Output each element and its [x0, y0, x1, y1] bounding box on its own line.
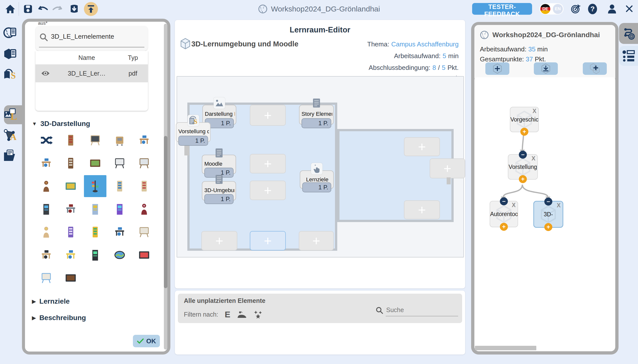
thema-value[interactable]: Campus Aschaffenburg — [391, 38, 459, 50]
section-3d-darstellung[interactable]: ▼ 3D-Darstellung — [32, 120, 90, 128]
palette-item-robot[interactable] — [35, 175, 58, 197]
unplaced-search-input[interactable] — [386, 306, 442, 314]
placeholder-slot[interactable]: + — [201, 231, 237, 250]
file-search-input[interactable] — [51, 32, 144, 41]
lang-de-button[interactable]: DE — [540, 4, 550, 14]
palette-item-drafting-table[interactable] — [60, 244, 82, 266]
tree-node-autorentool[interactable]: − X Autorentool + — [490, 201, 518, 227]
placeholder-slot[interactable]: + — [250, 105, 286, 126]
palette-item-projection-screen[interactable] — [133, 152, 155, 174]
redo-button[interactable] — [52, 5, 63, 13]
tree-node-3d-selected[interactable]: − X 3D- + — [533, 201, 563, 228]
export-button[interactable] — [69, 4, 79, 14]
placeholder-slot[interactable]: + — [250, 154, 286, 174]
remove-link-button[interactable]: − — [544, 198, 552, 206]
palette-item-racing-seat[interactable] — [133, 198, 155, 220]
placeholder-slot[interactable]: + — [299, 231, 334, 250]
tree-node-vorstellung[interactable]: − X Vorstellung + — [508, 154, 538, 180]
palette-item-bookshelf[interactable] — [60, 129, 82, 151]
palette-item-mirror[interactable] — [108, 244, 131, 266]
sidebar-item-lernraeume[interactable] — [3, 25, 18, 40]
add-room-button[interactable] — [485, 62, 509, 75]
home-button[interactable] — [5, 4, 16, 14]
section-lernziele[interactable]: ▶ Lernziele — [32, 298, 70, 305]
sidebar-item-umgebungen[interactable] — [3, 46, 18, 61]
tree-hscrollbar-thumb[interactable] — [475, 346, 536, 350]
palette-item-blackboard[interactable] — [84, 129, 106, 151]
save-button[interactable] — [24, 4, 33, 14]
remove-link-button[interactable]: − — [500, 197, 508, 205]
room-canvas[interactable]: + + + + + + + + + Darstellung Ler 1 P. S… — [177, 76, 464, 258]
add-child-button[interactable]: + — [520, 128, 528, 136]
lang-en-button[interactable]: EN — [553, 4, 563, 14]
ok-button[interactable]: OK — [133, 335, 160, 347]
palette-item-arcade-colorful[interactable] — [35, 198, 58, 220]
palette-item-workstation[interactable] — [35, 244, 58, 266]
remove-node-button[interactable]: X — [557, 202, 561, 209]
palette-item-landscape-painting[interactable] — [84, 152, 106, 174]
close-button[interactable] — [625, 4, 633, 13]
add-child-button[interactable]: + — [519, 175, 527, 183]
element-node-story[interactable]: Story Element 1 P. — [299, 105, 334, 125]
palette-item-flipchart[interactable] — [108, 152, 131, 174]
unplaced-search[interactable] — [386, 306, 458, 316]
preview-eye-button[interactable] — [36, 70, 56, 76]
goals-button[interactable] — [571, 4, 580, 14]
palette-item-cutout-figure[interactable] — [35, 221, 58, 243]
element-node-3d-umgebung[interactable]: 3D-Umgebung 1 P. — [202, 181, 236, 200]
palette-item-arcade-purple[interactable] — [108, 198, 131, 220]
sidebar-item-lernelemente[interactable]: L — [3, 107, 18, 122]
tab-list-view[interactable] — [619, 46, 638, 66]
palette-item-pinboard[interactable] — [60, 175, 82, 197]
placeholder-slot[interactable]: + — [250, 181, 286, 200]
remove-node-button[interactable]: X — [533, 108, 536, 114]
tab-structure-view[interactable] — [619, 23, 638, 44]
palette-item-poster-frame[interactable] — [60, 152, 82, 174]
palette-item-computer-desk[interactable] — [60, 198, 82, 220]
remove-node-button[interactable]: X — [512, 202, 516, 208]
element-node-lernziele[interactable]: Lernziele 1 P. — [300, 170, 334, 189]
element-node-vorstellung[interactable]: S Vorstellung der 1 P. — [176, 122, 210, 142]
sidebar-item-dateien[interactable] — [3, 148, 18, 163]
palette-item-arcade-stickers[interactable] — [84, 198, 106, 220]
palette-item-tv-bench[interactable] — [60, 267, 82, 289]
element-node-moodle[interactable]: Moodle 1 P. — [202, 155, 236, 174]
filter-element-button[interactable]: E — [225, 310, 231, 319]
palette-item-desk-blue-chair[interactable] — [133, 129, 155, 151]
palette-item-whiteboard[interactable] — [133, 221, 155, 243]
add-child-button[interactable]: + — [500, 223, 508, 231]
palette-item-shelf-narrow[interactable] — [108, 175, 131, 197]
palette-item-projector-cart[interactable] — [108, 129, 131, 151]
palette-item-card-rack[interactable] — [84, 175, 106, 197]
import-room-button[interactable] — [534, 62, 558, 75]
placeholder-slot[interactable]: + — [404, 137, 440, 156]
add-condition-button[interactable] — [583, 62, 607, 75]
sidebar-item-aufgaben[interactable]: A — [3, 127, 18, 143]
placeholder-slot[interactable]: + — [404, 200, 440, 219]
placeholder-slot-edge[interactable]: + — [430, 158, 465, 178]
filter-image-button[interactable] — [237, 310, 247, 319]
undo-button[interactable] — [38, 5, 49, 13]
palette-item-dark-desk[interactable] — [108, 221, 131, 243]
palette-item-easel[interactable] — [35, 267, 58, 289]
palette-item-shelf-double[interactable] — [133, 175, 155, 197]
palette-item-tablet-screen[interactable] — [133, 244, 155, 266]
tree-node-vorgeschichte[interactable]: X Vorgeschich + — [510, 107, 539, 132]
element-node-darstellung[interactable]: Darstellung Ler 1 P. — [202, 105, 236, 125]
tester-feedback-button[interactable]: TESTER-FEEDBACK — [472, 3, 532, 15]
remove-link-button[interactable]: − — [519, 151, 527, 159]
filter-effects-button[interactable] — [253, 310, 263, 319]
palette-item-poster-colorful[interactable] — [84, 221, 106, 243]
upload-button[interactable] — [84, 2, 98, 16]
placeholder-slot-highlighted[interactable]: + — [250, 231, 286, 250]
left-panel-scrollbar-thumb[interactable] — [164, 136, 167, 288]
palette-item-shuffle[interactable] — [35, 129, 58, 151]
structure-tree-area[interactable]: X Vorgeschich + − X Vorstellung + − X Au… — [474, 77, 615, 351]
user-button[interactable] — [606, 4, 617, 14]
add-child-button[interactable]: + — [544, 223, 552, 231]
palette-item-school-desk[interactable] — [35, 152, 58, 174]
table-row[interactable]: 3D_LE_Ler… pdf — [36, 64, 148, 82]
remove-node-button[interactable]: X — [532, 155, 535, 162]
palette-item-poster-purple[interactable] — [60, 221, 82, 243]
help-button[interactable]: ? — [587, 3, 597, 15]
